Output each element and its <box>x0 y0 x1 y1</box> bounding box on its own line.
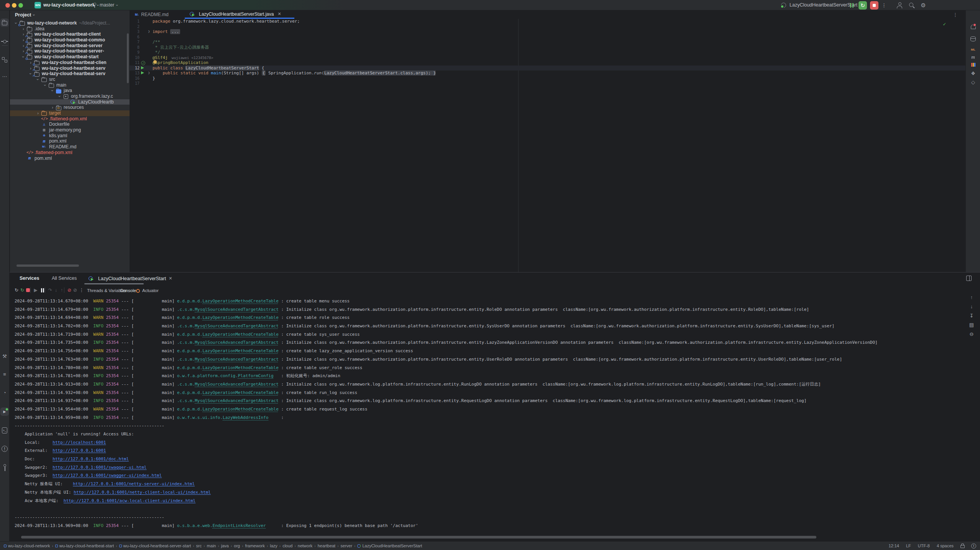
console-url-link[interactable]: http://127.0.0.1:6001/netty-server-ui/in… <box>73 481 195 486</box>
code-line-11[interactable]: 11✓@SpringBootApplication <box>130 60 965 66</box>
console-class-link[interactable]: EndpointLinksResolver <box>213 523 266 528</box>
chevron-collapsed-icon[interactable]: › <box>20 26 26 32</box>
scroll-to-end-icon[interactable]: ↧ <box>968 311 975 320</box>
zoom-window-button[interactable] <box>18 3 23 8</box>
tree-item-wu-lazy-cloud-heartbeat-client[interactable]: ›wu-lazy-cloud-heartbeat-client <box>10 31 130 37</box>
settings-gear-icon[interactable]: ⚙ <box>920 2 927 9</box>
chevron-collapsed-icon[interactable]: › <box>35 110 41 116</box>
print-icon[interactable]: ▤ <box>968 320 975 329</box>
tab-actuator[interactable]: Actuator <box>136 284 159 297</box>
more-tools-icon[interactable]: ⋯ <box>0 72 9 80</box>
console-class-link[interactable]: LazyWebAddressInfo <box>223 415 268 420</box>
console-url-link[interactable]: http://127.0.0.1:6001/swagger-ui.html <box>53 465 146 470</box>
chevron-expanded-icon[interactable]: › <box>50 88 56 94</box>
console-class-link[interactable]: LazyOperationMethodCreateTable <box>202 299 279 304</box>
chevron-collapsed-icon[interactable]: › <box>49 105 56 110</box>
tree-item-target[interactable]: ›target <box>10 110 130 116</box>
tree-item-wu-lazy-cloud-network[interactable]: ›wu-lazy-cloud-network~/IdeaProject... <box>10 20 130 26</box>
tree-item-readme-md[interactable]: M↓README.md <box>10 144 130 150</box>
tab-service-run[interactable]: LazyCloudHeartbeatServerStart ✕ <box>84 273 176 284</box>
build-tool-icon[interactable]: ⚒ <box>0 352 9 360</box>
rerun-debug-icon[interactable]: ↻ <box>19 287 25 293</box>
breadcrumb-item[interactable]: src <box>196 543 202 548</box>
plugin-flower-icon[interactable]: ❖ <box>969 69 977 77</box>
status-file-encoding[interactable]: UTF-8 <box>918 543 930 548</box>
editor-tab-inactive[interactable]: M↓README.md <box>130 10 185 19</box>
scroll-up-icon[interactable]: ↑ <box>968 292 975 302</box>
rerun-icon[interactable]: ↻ <box>13 287 20 293</box>
breadcrumb-item[interactable]: lazy <box>270 543 277 548</box>
tab-console[interactable]: Console <box>120 284 136 297</box>
breadcrumb-item[interactable]: network <box>298 543 313 548</box>
fold-marker-icon[interactable]: ❯ <box>148 71 150 76</box>
plugin-ml-icon[interactable]: ML <box>969 45 977 54</box>
console-url-link[interactable]: http://127.0.0.1:6001/doc.html <box>53 456 129 461</box>
fold-marker-icon[interactable]: ❯ <box>148 29 150 34</box>
tree-item--flattened-pom-xml[interactable]: </>.flattened-pom.xml <box>10 150 130 156</box>
tree-item-wu-lazy-cloud-heartbeat-serv[interactable]: ›wu-lazy-cloud-heartbeat-serv <box>10 71 130 77</box>
chevron-expanded-icon[interactable]: › <box>35 77 41 82</box>
editor-tab-options-icon[interactable]: ⋮ <box>953 12 958 18</box>
file-writable-lock-icon[interactable] <box>960 543 964 548</box>
code-line-8[interactable]: 8 * 云上云下-云上心跳服务器 <box>130 45 965 50</box>
code-line-3[interactable]: 3❯import ... <box>130 29 965 34</box>
tree-item-wu-lazy-cloud-heartbeat-clien[interactable]: ›wu-lazy-cloud-heartbeat-clien <box>10 60 130 66</box>
console-class-link[interactable]: LazyOperationMethodCreateTable <box>202 407 279 412</box>
tree-item-jar-memory-png[interactable]: ▨jar-memory.png <box>10 127 130 133</box>
step-into-icon[interactable]: ↓ <box>53 287 59 293</box>
problems-tool-icon[interactable] <box>0 445 9 453</box>
close-icon[interactable]: ✕ <box>277 11 281 16</box>
tree-horizontal-scrollbar[interactable] <box>16 264 79 267</box>
run-gutter-icon[interactable] <box>141 71 144 74</box>
breadcrumb-item[interactable]: wu-lazy-cloud-heartbeat-server-start <box>119 543 191 548</box>
console-url-link[interactable]: http://localhost:6001 <box>53 440 106 445</box>
tree-item-lazycloudheartb[interactable]: LazyCloudHeartb <box>10 99 130 105</box>
console-class-link[interactable]: LazyOperationMethodCreateTable <box>202 315 279 320</box>
code-line-12[interactable]: 12public class LazyCloudHeartbeatServerS… <box>130 66 965 71</box>
console-url-link[interactable]: http://127.0.0.1:6001/swagger-ui/index.h… <box>53 473 162 478</box>
tree-item-pom-xml[interactable]: mpom.xml <box>10 156 130 161</box>
maven-icon[interactable]: m <box>969 53 977 61</box>
console-class-link[interactable]: LazyOperationMethodCreateTable <box>202 365 279 370</box>
console-class-link[interactable]: MysqlSourceAdvancedTargetAbstract <box>195 307 279 312</box>
project-selector[interactable]: wu-lazy-cloud-network› <box>43 0 98 10</box>
close-icon[interactable]: ✕ <box>169 276 172 281</box>
console-class-link[interactable]: MysqlSourceAdvancedTargetAbstract <box>195 398 279 403</box>
services-panel-title[interactable]: Services <box>20 273 39 284</box>
console-output[interactable]: 2024-09-28T11:13:14.670+08:00 WARN 25354… <box>15 297 969 533</box>
view-breakpoints-icon[interactable]: ⊘ <box>66 287 72 293</box>
intention-bulb-icon[interactable] <box>153 60 157 64</box>
tree-item-wu-lazy-cloud-heartbeat-serv[interactable]: ›wu-lazy-cloud-heartbeat-serv <box>10 66 130 71</box>
more-actions-icon[interactable]: ⋮ <box>882 0 886 10</box>
run-gutter-icon[interactable] <box>141 66 144 69</box>
status-line-separator[interactable]: LF <box>906 543 911 548</box>
stop-button[interactable] <box>870 1 878 10</box>
breadcrumb-item[interactable]: cloud <box>282 543 292 548</box>
console-class-link[interactable]: MysqlSourceAdvancedTargetAbstract <box>195 323 279 328</box>
code-line-13[interactable]: 13❯ public static void main(String[] arg… <box>130 71 965 76</box>
breadcrumb-item[interactable]: framework <box>245 543 265 548</box>
code-area[interactable]: 1package org.framework.lazy.cloud.networ… <box>130 19 965 272</box>
resume-icon[interactable]: ▶ <box>33 287 39 293</box>
chart-plugin-icon[interactable] <box>969 61 977 69</box>
structure-tool-icon[interactable] <box>0 56 9 64</box>
console-class-link[interactable]: LazyOperationMethodCreateTable <box>202 348 279 353</box>
more-options-icon[interactable]: ⋮ <box>79 287 85 293</box>
layout-settings-icon[interactable] <box>966 276 972 281</box>
commit-tool-icon[interactable] <box>0 37 9 46</box>
status-indent-size[interactable]: 4 spaces <box>937 543 954 548</box>
console-class-link[interactable]: MysqlSourceAdvancedTargetAbstract <box>195 357 279 362</box>
tree-item-java[interactable]: ›java <box>10 88 130 94</box>
tree-item-wu-lazy-cloud-heartbeat-server[interactable]: ›wu-lazy-cloud-heartbeat-server <box>10 43 130 49</box>
code-line-16[interactable]: 16} <box>130 76 965 81</box>
console-horizontal-scrollbar[interactable] <box>21 536 816 539</box>
console-url-link[interactable]: http://127.0.0.1:6001 <box>53 448 106 453</box>
editor-tab-active[interactable]: LazyCloudHeartbeatServerStart.java✕ <box>185 10 294 19</box>
notifications-icon[interactable] <box>969 22 977 31</box>
code-with-me-icon[interactable] <box>896 2 903 9</box>
tree-item-dockerfile[interactable]: ⚓Dockerfile <box>10 121 130 127</box>
console-class-link[interactable]: LazyOperationMethodCreateTable <box>202 332 279 337</box>
tree-item-k8s-yaml[interactable]: ☸k8s.yaml <box>10 133 130 139</box>
console-url-link[interactable]: http://127.0.0.1:6001/netty-client-local… <box>74 490 211 495</box>
pause-output-icon[interactable] <box>850 3 854 8</box>
